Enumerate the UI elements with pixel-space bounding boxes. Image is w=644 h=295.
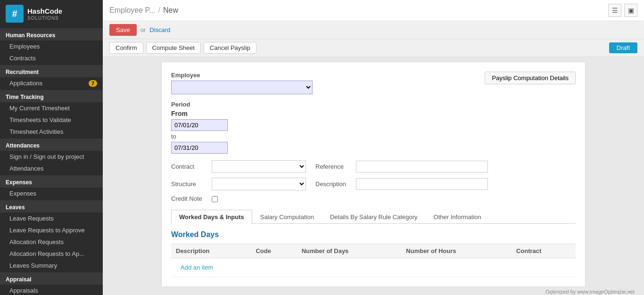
sidebar-item-expenses[interactable]: Expenses — [0, 188, 103, 199]
action-bar: Save or Discard — [103, 21, 644, 39]
topbar: Employee P... / New ☰ ▣ — [103, 0, 644, 21]
sidebar-item-timesheet-activities[interactable]: Timesheet Activities — [0, 126, 103, 138]
reference-label: Reference — [315, 163, 348, 170]
description-input[interactable] — [356, 178, 488, 190]
from-date-input[interactable] — [171, 119, 228, 131]
sidebar-section-appraisal: Appraisal — [0, 272, 103, 285]
tab-details-by-salary-rule[interactable]: Details By Salary Rule Category — [322, 210, 426, 224]
sidebar-item-leave-requests-to-approve[interactable]: Leave Requests to Approve — [0, 224, 103, 236]
worked-days-section: Worked Days Description Code Number of D… — [171, 230, 576, 277]
card-view-button[interactable]: ▣ — [624, 4, 637, 17]
list-view-button[interactable]: ☰ — [608, 4, 621, 17]
sidebar-item-leaves-summary[interactable]: Leaves Summary — [0, 260, 103, 271]
breadcrumb-parent[interactable]: Employee P... — [109, 6, 156, 15]
breadcrumb-current: New — [163, 6, 178, 15]
to-date-input[interactable] — [171, 142, 228, 154]
buttons-bar: Confirm Compute Sheet Cancel Payslip Dra… — [103, 39, 644, 57]
sidebar-section-leaves: Leaves — [0, 200, 103, 213]
confirm-button[interactable]: Confirm — [109, 42, 143, 54]
col-code: Code — [251, 244, 297, 258]
employee-select[interactable] — [171, 81, 313, 94]
applications-badge: 7 — [89, 80, 97, 87]
add-item-link[interactable]: Add an item — [176, 261, 218, 274]
save-button[interactable]: Save — [109, 24, 137, 36]
sidebar-section-expenses: Expenses — [0, 175, 103, 188]
worked-days-title: Worked Days — [171, 230, 576, 239]
col-number-of-days: Number of Days — [297, 244, 402, 258]
sidebar-item-allocation-requests-to-ap[interactable]: Allocation Requests to Ap... — [0, 248, 103, 260]
sidebar-item-timesheets-to-validate[interactable]: Timesheets to Validate — [0, 114, 103, 126]
employee-label: Employee — [171, 72, 313, 79]
logo-icon: # — [6, 5, 24, 23]
sidebar-section-time-tracking: Time Tracking — [0, 90, 103, 102]
sidebar: # HashCode SOLUTIONS Human Resources Emp… — [0, 0, 103, 295]
form-card: Employee Payslip Computation Details Per… — [161, 62, 586, 287]
tab-other-information[interactable]: Other Information — [426, 210, 489, 224]
sidebar-item-attendances[interactable]: Attendances — [0, 163, 103, 174]
worked-days-table: Description Code Number of Days Number o… — [171, 244, 576, 277]
sidebar-item-contracts[interactable]: Contracts — [0, 52, 103, 64]
sidebar-item-appraisals[interactable]: Appraisals — [0, 285, 103, 295]
col-description: Description — [171, 244, 251, 258]
contract-select[interactable] — [212, 160, 306, 173]
main-area: Employee P... / New ☰ ▣ Save or Discard … — [103, 0, 644, 295]
sidebar-item-employees[interactable]: Employees — [0, 41, 103, 52]
breadcrumb: Employee P... / New — [109, 6, 178, 15]
contract-label: Contract — [171, 163, 204, 170]
col-number-of-hours: Number of Hours — [401, 244, 512, 258]
from-label: From — [171, 110, 576, 117]
sidebar-item-applications[interactable]: Applications 7 — [0, 77, 103, 89]
description-label: Description — [315, 180, 348, 188]
draft-button[interactable]: Draft — [609, 42, 637, 53]
or-text: or — [140, 26, 146, 33]
sidebar-section-attendances: Attendances — [0, 139, 103, 151]
sidebar-item-my-current-timesheet[interactable]: My Current Timesheet — [0, 102, 103, 114]
period-label: Period — [171, 101, 576, 108]
sidebar-section-human-resources: Human Resources — [0, 28, 103, 41]
reference-input[interactable] — [356, 161, 488, 172]
sidebar-item-sign-in-out[interactable]: Sign in / Sign out by project — [0, 151, 103, 163]
col-contract: Contract — [512, 244, 576, 258]
topbar-icons: ☰ ▣ — [608, 4, 637, 17]
logo-area: # HashCode SOLUTIONS — [0, 0, 103, 27]
structure-select[interactable] — [212, 178, 306, 190]
add-item-row: Add an item — [171, 258, 576, 277]
cancel-payslip-button[interactable]: Cancel Payslip — [204, 42, 256, 54]
credit-note-checkbox[interactable] — [212, 196, 218, 202]
sidebar-item-allocation-requests[interactable]: Allocation Requests — [0, 236, 103, 248]
tab-salary-computation[interactable]: Salary Computation — [252, 210, 322, 224]
breadcrumb-separator: / — [158, 6, 160, 15]
compute-sheet-button[interactable]: Compute Sheet — [146, 42, 201, 54]
watermark: Optimized by www.ImageOptimizer.net — [112, 287, 635, 295]
discard-button[interactable]: Discard — [149, 26, 170, 33]
sidebar-section-recruitment: Recruitment — [0, 65, 103, 77]
structure-label: Structure — [171, 180, 204, 188]
sidebar-item-leave-requests[interactable]: Leave Requests — [0, 213, 103, 224]
credit-note-label: Credit Note — [171, 195, 204, 202]
logo-sub: SOLUTIONS — [27, 16, 62, 21]
tabs-bar: Worked Days & Inputs Salary Computation … — [171, 210, 576, 224]
to-label: to — [171, 133, 576, 140]
logo-text: HashCode — [27, 7, 62, 16]
payslip-computation-button[interactable]: Payslip Computation Details — [485, 72, 576, 84]
tab-worked-days-inputs[interactable]: Worked Days & Inputs — [171, 210, 252, 224]
period-section: Period From to — [171, 101, 576, 154]
form-area: Employee Payslip Computation Details Per… — [103, 57, 644, 295]
employee-group: Employee — [171, 72, 313, 94]
